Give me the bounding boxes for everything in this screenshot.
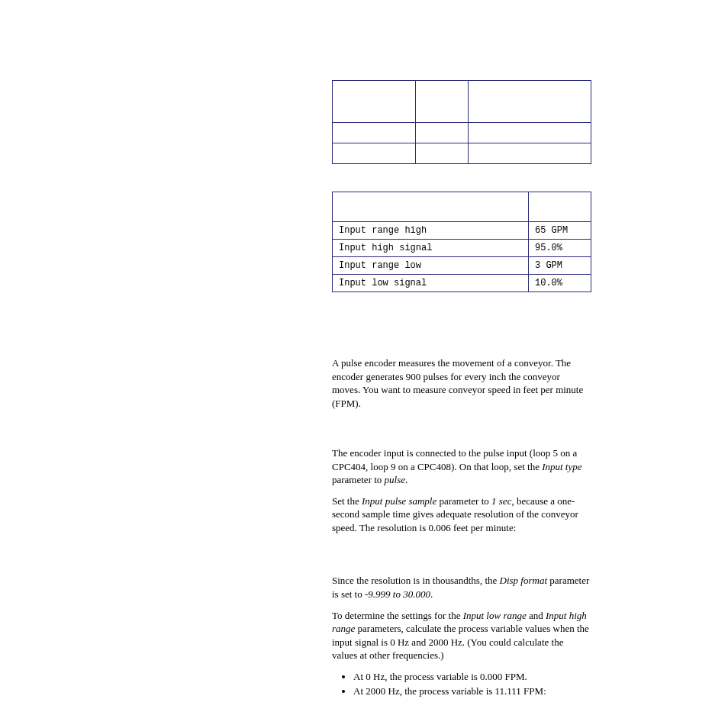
cell — [333, 123, 416, 143]
paragraph-dispformat: Since the resolution is in thousandths, … — [332, 574, 591, 601]
list-item: At 2000 Hz, the process variable is 11.1… — [353, 685, 591, 698]
header-cell — [529, 192, 591, 222]
text-em: Input low range — [463, 610, 527, 621]
cell — [469, 123, 591, 143]
text: To determine the settings for the — [332, 610, 463, 621]
text-em: Input pulse sample — [362, 495, 436, 507]
paragraph-sample: Set the Input pulse sample parameter to … — [332, 494, 591, 535]
list-item: At 0 Hz, the process variable is 0.000 F… — [353, 670, 591, 684]
text: Since the resolution is in thousandths, … — [332, 575, 500, 586]
text: . — [405, 474, 407, 485]
paragraph-encoder: The encoder input is connected to the pu… — [332, 446, 591, 487]
paragraph-range: To determine the settings for the Input … — [332, 609, 591, 662]
text-em: Disp format — [500, 575, 547, 586]
param-value: 95.0% — [529, 240, 591, 257]
param-name: Input range high — [333, 222, 529, 240]
cell — [469, 143, 591, 164]
table-parameters: Input range high 65 GPM Input high signa… — [332, 192, 591, 292]
param-name: Input range low — [333, 257, 529, 275]
param-name: Input low signal — [333, 275, 529, 292]
cell — [416, 81, 469, 123]
paragraph-intro: A pulse encoder measures the movement of… — [332, 356, 591, 410]
param-name: Input high signal — [333, 240, 529, 257]
cell — [416, 143, 469, 164]
param-value: 3 GPM — [529, 257, 591, 275]
cell — [469, 81, 591, 123]
cell — [416, 123, 469, 143]
text: . — [430, 588, 433, 600]
table-empty — [332, 80, 591, 164]
header-cell — [333, 192, 529, 222]
bullet-list: At 0 Hz, the process variable is 0.000 F… — [332, 670, 591, 698]
text-em: pulse — [385, 474, 405, 485]
param-value: 10.0% — [529, 275, 591, 292]
text: The encoder input is connected to the pu… — [332, 447, 577, 472]
cell — [333, 81, 416, 123]
text: parameter to — [332, 474, 385, 485]
text: parameter to — [436, 495, 491, 507]
text-em: Input type — [542, 461, 581, 472]
text: and — [527, 610, 546, 621]
text-em: 1 sec — [491, 495, 511, 507]
param-value: 65 GPM — [529, 222, 591, 240]
cell — [333, 143, 416, 164]
text-em: -9.999 to 30.000 — [365, 588, 430, 600]
page-content: Input range high 65 GPM Input high signa… — [0, 0, 728, 698]
text: Set the — [332, 495, 362, 507]
text: parameters, calculate the process variab… — [332, 623, 589, 661]
